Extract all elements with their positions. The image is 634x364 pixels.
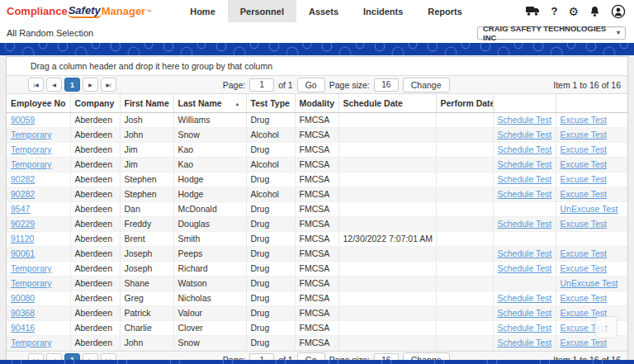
top-nav: ComplianceSafetyManager™ HomePersonnelAs…	[0, 0, 634, 22]
column-header-first-name[interactable]: First Name	[120, 94, 173, 112]
schedule-test-link[interactable]: Schedule Test	[498, 130, 552, 139]
truck-icon[interactable]	[526, 6, 540, 17]
table-row: 91120AberdeenBrentSmithDrugFMCSA12/30/20…	[7, 231, 627, 246]
company-dropdown[interactable]: CRAIG SAFETY TECHNOLOGIES INC ▾	[477, 26, 626, 40]
schedule-test-link[interactable]: Schedule Test	[498, 293, 552, 303]
schedule-test-link[interactable]: Schedule Test	[498, 338, 552, 347]
cell-modality: FMCSA	[295, 261, 338, 276]
column-header-action-2[interactable]	[556, 94, 627, 112]
bell-icon[interactable]	[589, 6, 600, 17]
column-header-test-type[interactable]: Test Type	[246, 94, 295, 112]
excuse-test-link[interactable]: Excuse Test	[561, 263, 607, 273]
employee-no-link[interactable]: Temporary	[11, 263, 52, 273]
cell-company: Aberdeen	[70, 201, 120, 216]
excuse-test-link[interactable]: Excuse Test	[561, 219, 607, 229]
table-row: TemporaryAberdeenJimKaoAlcoholFMCSASched…	[7, 157, 627, 172]
schedule-test-link[interactable]: Schedule Test	[498, 308, 552, 318]
unexcuse-test-link[interactable]: UnExcuse Test	[561, 204, 618, 214]
next-page-button[interactable]: ▶	[83, 78, 98, 92]
column-header-employee-no[interactable]: Employee No	[7, 94, 70, 112]
cell-first-name: Freddy	[120, 216, 173, 231]
cell-last-name: Watson	[173, 276, 246, 291]
excuse-test-link[interactable]: Excuse Test	[561, 115, 607, 125]
schedule-test-link[interactable]: Schedule Test	[498, 144, 552, 154]
employee-no-link[interactable]: 90061	[11, 248, 35, 258]
schedule-test-link[interactable]: Schedule Test	[498, 263, 552, 273]
cell-employee-no: 91120	[7, 231, 70, 246]
table-row: 90061AberdeenJosephPeepsDrugFMCSASchedul…	[7, 246, 627, 261]
employee-no-link[interactable]: 91120	[11, 234, 34, 243]
tab-assets[interactable]: Assets	[296, 0, 351, 22]
company-dropdown-value: CRAIG SAFETY TECHNOLOGIES INC	[483, 24, 617, 42]
change-button[interactable]: Change	[403, 78, 450, 92]
employee-no-link[interactable]: 90282	[11, 174, 35, 184]
employee-no-link[interactable]: Temporary	[11, 338, 52, 347]
employee-no-link[interactable]: 90080	[11, 293, 35, 303]
table-body: 90059AberdeenJoshWilliamsDrugFMCSASchedu…	[7, 112, 627, 350]
excuse-test-link[interactable]: Excuse Test	[561, 144, 607, 154]
scroll-to-top-button[interactable]: ↑	[595, 316, 617, 338]
schedule-test-link[interactable]: Schedule Test	[498, 115, 552, 125]
column-header-schedule-date[interactable]: Schedule Date	[338, 94, 436, 112]
cell-modality: FMCSA	[295, 142, 338, 157]
cell-action1: Schedule Test	[493, 172, 556, 187]
employee-no-link[interactable]: Temporary	[11, 278, 52, 288]
schedule-test-link[interactable]: Schedule Test	[498, 248, 552, 258]
excuse-test-link[interactable]: Excuse Test	[561, 338, 607, 347]
employee-no-link[interactable]: 9547	[11, 204, 30, 214]
cell-schedule-date	[338, 276, 436, 291]
employee-no-link[interactable]: 90416	[11, 323, 35, 333]
excuse-test-link[interactable]: Excuse Test	[561, 248, 607, 258]
column-header-last-name[interactable]: Last Name▲	[173, 94, 246, 112]
current-page-button[interactable]: 1	[64, 78, 80, 92]
schedule-test-link[interactable]: Schedule Test	[498, 189, 552, 199]
prev-page-button[interactable]: ◀	[46, 78, 62, 92]
top-pager-toolbar: |◀◀1▶▶| Page: of 1 Go Page size: Change …	[7, 76, 627, 94]
cell-action2: Excuse Test	[556, 142, 627, 157]
avatar-icon[interactable]	[611, 4, 626, 19]
cell-first-name: Stephen	[120, 187, 173, 201]
employee-no-link[interactable]: 90229	[11, 219, 35, 229]
excuse-test-link[interactable]: Excuse Test	[561, 293, 607, 303]
page-input[interactable]	[249, 78, 274, 92]
page-size-input[interactable]	[374, 78, 399, 92]
first-page-button[interactable]: |◀	[28, 78, 44, 92]
column-header-label: First Name	[125, 98, 169, 108]
cell-employee-no: 90368	[7, 305, 70, 320]
cell-company: Aberdeen	[70, 187, 120, 201]
cell-modality: FMCSA	[295, 172, 338, 187]
tab-reports[interactable]: Reports	[415, 0, 475, 22]
excuse-test-link[interactable]: Excuse Test	[561, 174, 607, 184]
cell-last-name: Richard	[173, 261, 246, 276]
excuse-test-link[interactable]: Excuse Test	[561, 130, 607, 139]
page-label: Page:	[223, 80, 245, 90]
column-header-action-1[interactable]	[493, 94, 556, 112]
schedule-test-link[interactable]: Schedule Test	[498, 219, 552, 229]
employee-no-link[interactable]: 90282	[11, 189, 35, 199]
schedule-test-link[interactable]: Schedule Test	[498, 323, 552, 333]
employee-no-link[interactable]: Temporary	[11, 144, 52, 154]
employee-no-link[interactable]: Temporary	[11, 159, 52, 169]
cell-employee-no: 90061	[7, 246, 70, 261]
schedule-test-link[interactable]: Schedule Test	[498, 174, 552, 184]
column-header-modality[interactable]: Modality	[295, 94, 338, 112]
schedule-test-link[interactable]: Schedule Test	[498, 159, 552, 169]
group-by-drop-zone[interactable]: Drag a column header and drop it here to…	[7, 57, 627, 76]
unexcuse-test-link[interactable]: UnExcuse Test	[561, 278, 618, 288]
last-page-button[interactable]: ▶|	[101, 78, 116, 92]
go-button[interactable]: Go	[297, 78, 325, 92]
help-icon[interactable]: ?	[551, 5, 557, 17]
tab-home[interactable]: Home	[177, 0, 228, 22]
table-row: 90368AberdeenPatrickValourDrugFMCSASched…	[7, 305, 627, 320]
employee-no-link[interactable]: 90368	[11, 308, 35, 318]
tab-personnel[interactable]: Personnel	[228, 0, 296, 22]
cell-perform-date	[436, 216, 493, 231]
tab-incidents[interactable]: Incidents	[351, 0, 415, 22]
column-header-company[interactable]: Company	[70, 94, 120, 112]
excuse-test-link[interactable]: Excuse Test	[561, 189, 607, 199]
gear-icon[interactable]: ⚙	[568, 6, 579, 17]
employee-no-link[interactable]: 90059	[11, 115, 35, 125]
employee-no-link[interactable]: Temporary	[11, 130, 52, 139]
column-header-perform-date[interactable]: Perform Date	[436, 94, 493, 112]
excuse-test-link[interactable]: Excuse Test	[561, 159, 607, 169]
